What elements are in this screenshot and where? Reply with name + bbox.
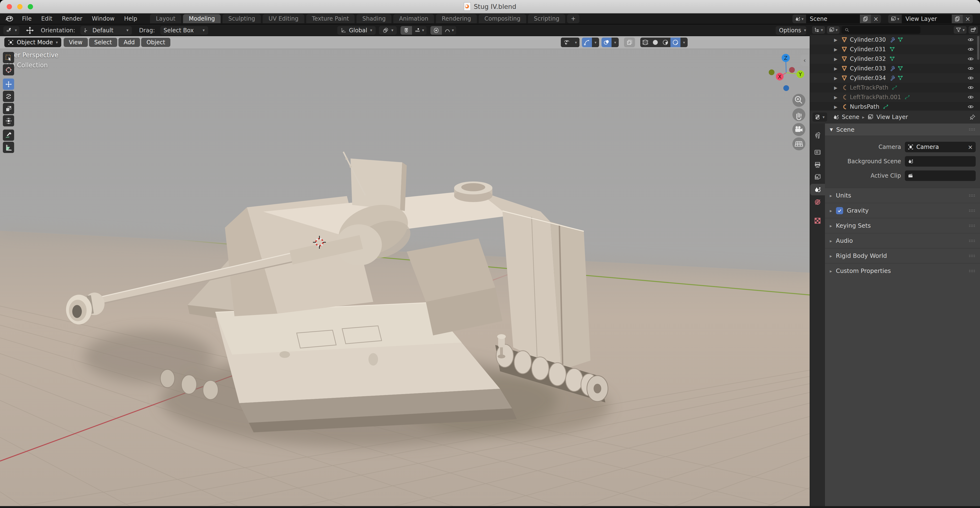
modifier-wrench-icon[interactable] [889, 65, 895, 71]
mode-dropdown[interactable]: Object Mode ▾ [4, 38, 61, 47]
outliner-row-cylinder-033[interactable]: ▶ Cylinder.033 [810, 64, 980, 73]
tool-annotate[interactable] [3, 129, 14, 141]
show-overlays-toggle[interactable] [601, 38, 611, 47]
tab-shading[interactable]: Shading [356, 14, 391, 23]
scene-selector[interactable]: ▾ Scene × [792, 14, 881, 23]
expand-icon[interactable]: ▶ [834, 85, 841, 90]
viewport-menu-view[interactable]: View [64, 38, 88, 47]
tab-scripting[interactable]: Scripting [528, 14, 565, 23]
new-scene-button[interactable] [860, 14, 871, 23]
active-tool-dropdown[interactable]: ▾ [3, 26, 19, 35]
hide-eye-icon[interactable] [967, 65, 974, 72]
menu-help[interactable]: Help [119, 13, 142, 24]
unlink-scene-button[interactable]: × [871, 14, 881, 23]
pivot-point-dropdown[interactable]: ▾ [379, 26, 397, 35]
active-clip-field[interactable] [905, 170, 976, 181]
tab-modeling[interactable]: Modeling [183, 14, 221, 23]
tab-world-properties[interactable] [810, 196, 825, 208]
menu-window[interactable]: Window [87, 13, 119, 24]
drag-dropdown[interactable]: Select Box ▾ [160, 26, 208, 35]
view-layer-icon[interactable]: ▾ [888, 14, 902, 23]
panel-drag-handle[interactable] [969, 239, 976, 242]
mesh-data-icon[interactable] [889, 46, 895, 52]
units-section[interactable]: ▸ Units [825, 188, 980, 203]
pan-view-button[interactable] [792, 108, 805, 121]
outliner-row-lefttrackpath-001[interactable]: ▶ LeftTrackPath.001 [810, 92, 980, 102]
close-window-button[interactable] [7, 4, 12, 10]
object-name[interactable]: NurbsPath [850, 104, 880, 110]
rigid-body-world-section[interactable]: ▸ Rigid Body World [825, 248, 980, 263]
zoom-view-button[interactable] [792, 94, 805, 107]
tab-texture-paint[interactable]: Texture Paint [306, 14, 355, 23]
view-layer-name-field[interactable]: View Layer [902, 14, 952, 23]
proportional-falloff-dropdown[interactable]: ▾ [442, 26, 457, 35]
outliner-row-cylinder-031[interactable]: ▶ Cylinder.031 [810, 45, 980, 54]
outliner-filter-id-dropdown[interactable]: ▾ [827, 26, 840, 34]
modifier-wrench-icon[interactable] [889, 75, 895, 81]
orthographic-view-button[interactable] [792, 137, 805, 150]
viewport-menu-add[interactable]: Add [118, 38, 140, 47]
hide-eye-icon[interactable] [967, 56, 974, 62]
mesh-data-icon[interactable] [897, 65, 903, 71]
gizmo-axis-neg-z[interactable] [783, 85, 789, 91]
orientation-dropdown[interactable]: Default ▾ [80, 26, 132, 35]
expand-icon[interactable]: ▶ [834, 95, 841, 100]
expand-icon[interactable]: ▶ [834, 47, 841, 52]
tab-output-properties[interactable] [810, 159, 825, 170]
panel-drag-handle[interactable] [969, 224, 976, 228]
outliner-row-cylinder-032[interactable]: ▶ Cylinder.032 [810, 54, 980, 64]
object-name[interactable]: LeftTrackPath.001 [850, 94, 901, 100]
shading-dropdown[interactable]: ▾ [681, 38, 687, 47]
new-collection-button[interactable] [969, 26, 978, 34]
tab-sculpting[interactable]: Sculpting [223, 14, 261, 23]
menu-file[interactable]: File [17, 13, 37, 24]
snap-settings-dropdown[interactable]: ▾ [412, 26, 426, 35]
outliner-row-lefttrackpath[interactable]: ▶ LeftTrackPath [810, 83, 980, 92]
tool-rotate[interactable] [3, 91, 14, 102]
outliner-display-mode-dropdown[interactable]: ▾ [812, 26, 825, 34]
visibility-dropdown[interactable]: ▾ [561, 38, 579, 47]
outliner-row-cylinder-030[interactable]: ▶ Cylinder.030 [810, 35, 980, 45]
tab-render-properties[interactable] [810, 147, 825, 158]
tab-uv-editing[interactable]: UV Editing [263, 14, 304, 23]
hide-eye-icon[interactable] [967, 46, 974, 53]
shading-material-button[interactable] [660, 38, 670, 47]
scene-icon[interactable]: ▾ [792, 14, 806, 23]
gizmo-axis-neg-y[interactable] [769, 69, 775, 75]
viewport-menu-select[interactable]: Select [89, 38, 117, 47]
menu-edit[interactable]: Edit [37, 13, 57, 24]
scene-name-field[interactable]: Scene [806, 14, 860, 23]
add-workspace-button[interactable]: + [567, 14, 579, 23]
background-scene-field[interactable] [905, 156, 976, 167]
outliner-scrollbar[interactable] [977, 36, 979, 60]
camera-view-button[interactable] [792, 123, 805, 136]
options-dropdown[interactable]: Options ▾ [776, 26, 806, 35]
curve-data-icon[interactable] [904, 94, 910, 100]
transform-orientation-dropdown[interactable]: Global ▾ [337, 26, 375, 35]
minimize-window-button[interactable] [17, 4, 22, 10]
overlays-dropdown[interactable]: ▾ [611, 38, 619, 47]
object-name[interactable]: Cylinder.030 [850, 37, 886, 43]
panel-drag-handle[interactable] [969, 209, 976, 212]
tool-transform[interactable] [3, 115, 14, 126]
breadcrumb-scene[interactable]: Scene [842, 114, 859, 120]
object-name[interactable]: Cylinder.034 [850, 75, 886, 81]
tool-measure[interactable] [3, 142, 14, 153]
shading-solid-button[interactable] [650, 38, 660, 47]
new-view-layer-button[interactable] [952, 14, 963, 23]
expand-icon[interactable]: ▶ [834, 56, 841, 62]
keying-sets-section[interactable]: ▸ Keying Sets [825, 218, 980, 233]
viewport-3d[interactable]: Z X Y [0, 36, 810, 508]
curve-data-icon[interactable] [892, 85, 897, 91]
tab-tool-properties[interactable] [810, 130, 825, 141]
gizmos-dropdown[interactable]: ▾ [592, 38, 599, 47]
shading-wireframe-button[interactable] [640, 38, 650, 47]
tool-move[interactable] [3, 78, 14, 90]
expand-icon[interactable]: ▶ [834, 66, 841, 71]
tool-cursor[interactable] [3, 64, 14, 75]
tool-scale[interactable] [3, 103, 14, 114]
panel-drag-handle[interactable] [969, 194, 976, 197]
object-name[interactable]: LeftTrackPath [850, 84, 888, 91]
outliner-search-input[interactable] [842, 26, 920, 34]
proportional-edit-toggle[interactable] [430, 26, 442, 35]
